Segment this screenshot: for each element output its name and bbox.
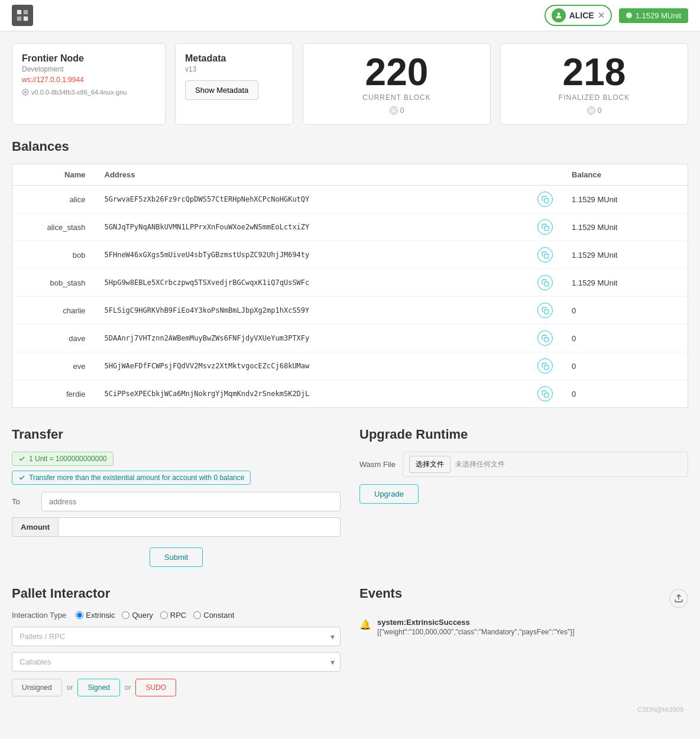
svg-rect-11 [544, 281, 548, 286]
warning-chip-text: Transfer more than the existential amoun… [29, 474, 244, 482]
balance-name: alice_stash [12, 213, 95, 241]
balance-value: 1.1529 MUnit [562, 269, 688, 297]
unsigned-button[interactable]: Unsigned [12, 679, 62, 696]
warning-chip: Transfer more than the existential amoun… [12, 471, 251, 485]
to-input[interactable] [41, 492, 341, 511]
transfer-section: Transfer 1 Unit = 1000000000000 Transfer… [12, 427, 341, 567]
finalized-block-number: 218 [563, 53, 626, 91]
col-name: Name [12, 164, 95, 186]
svg-rect-15 [544, 393, 548, 397]
radio-constant[interactable]: Constant [193, 611, 234, 620]
table-row: bob 5FHneW46xGXgs5mUiveU4sbTyGBzmstUspZC… [12, 241, 688, 269]
balance-value: 0 [562, 297, 688, 325]
copy-button[interactable] [537, 275, 553, 290]
balance-address: 5GNJqTPyNqANBkUVMN1LPPrxXnFouWXoe2wNSmmE… [95, 213, 529, 241]
metadata-title: Metadata [185, 53, 283, 64]
copy-cell [528, 325, 562, 352]
radio-rpc[interactable]: RPC [160, 611, 186, 620]
file-input-wrapper: 选择文件 未选择任何文件 [403, 452, 688, 477]
user-chip[interactable]: ALICE ✕ [545, 5, 612, 26]
avatar [552, 8, 566, 22]
balance-value: 0 [562, 352, 688, 380]
header-right: ALICE ✕ 1.1529 MUnit [545, 5, 688, 26]
balance-name: bob_stash [12, 269, 95, 297]
copy-button[interactable] [537, 386, 553, 401]
upgrade-button[interactable]: Upgrade [359, 484, 419, 504]
balance-address: 5HGjWAeFDfFCWPsjFQdVV2Msvz2XtMktvgocEZcC… [95, 352, 529, 380]
clock-icon-2 [587, 106, 595, 115]
balance-name: dave [12, 325, 95, 352]
transfer-title: Transfer [12, 427, 341, 442]
callables-select[interactable]: Callables [12, 652, 341, 672]
wasm-file-row: Wasm File 选择文件 未选择任何文件 [359, 452, 688, 477]
radio-extrinsic[interactable]: Extrinsic [76, 611, 115, 620]
pallet-events-grid: Pallet Interactor Interaction Type Extri… [12, 586, 688, 696]
svg-rect-13 [544, 337, 548, 341]
show-metadata-button[interactable]: Show Metadata [185, 80, 258, 100]
balance-value: 1.1529 MUnit [636, 11, 681, 20]
copy-button[interactable] [537, 330, 553, 346]
col-copy [528, 164, 562, 186]
top-cards: Frontier Node Development ws://127.0.0.1… [12, 43, 688, 125]
callables-select-wrapper: Callables ▾ [12, 652, 341, 672]
copy-button[interactable] [537, 358, 553, 374]
user-name: ALICE [569, 11, 594, 20]
balances-title: Balances [12, 139, 688, 154]
current-block-number: 220 [365, 53, 429, 91]
header: ALICE ✕ 1.1529 MUnit [0, 0, 700, 31]
export-button[interactable] [669, 589, 688, 608]
copy-button[interactable] [537, 303, 553, 318]
frontier-node-ver-text: v0.0.0-8b34fb3-x86_64-linux-gnu [31, 89, 127, 96]
copy-button[interactable] [537, 192, 553, 207]
copy-button[interactable] [537, 247, 553, 262]
table-row: ferdie 5CiPPseXPECbkjWCa6MnjNokrgYjMqmKn… [12, 380, 688, 408]
action-buttons-row: Unsigned or Signed or SUDO [12, 679, 341, 696]
interaction-type-row: Interaction Type Extrinsic Query RPC Con… [12, 611, 341, 620]
radio-rpc-label: RPC [170, 611, 186, 620]
metadata-version: v13 [185, 65, 283, 73]
balance-name: eve [12, 352, 95, 380]
frontier-node-card: Frontier Node Development ws://127.0.0.1… [12, 43, 166, 125]
balance-chip: 1.1529 MUnit [619, 8, 688, 23]
pallets-select[interactable]: Pallets / RPC [12, 627, 341, 646]
current-block-card: 220 CURRENT BLOCK 0 [303, 43, 491, 125]
finalized-block-sub: 0 [587, 106, 602, 115]
balance-address: 5FLSigC9HGRKVhB9FiEo4Y3koPsNmBmLJbpXg2mp… [95, 297, 529, 325]
frontier-node-title: Frontier Node [22, 53, 155, 64]
radio-group: Extrinsic Query RPC Constant [76, 611, 234, 620]
to-row: To [12, 492, 341, 511]
main-content: Frontier Node Development ws://127.0.0.1… [0, 31, 700, 725]
table-row: dave 5DAAnrj7VHTznn2AWBemMuyBwZWs6FNFjdy… [12, 325, 688, 352]
balance-name: ferdie [12, 380, 95, 408]
upgrade-runtime-title: Upgrade Runtime [359, 427, 688, 442]
copy-cell [528, 380, 562, 408]
close-icon[interactable]: ✕ [598, 11, 605, 20]
logo-icon [12, 5, 33, 26]
info-chip: 1 Unit = 1000000000000 [12, 452, 114, 466]
file-choose-button[interactable]: 选择文件 [409, 456, 451, 473]
signed-button[interactable]: Signed [77, 679, 119, 696]
event-title: system:ExtrinsicSuccess [377, 618, 575, 627]
interaction-label: Interaction Type [12, 611, 66, 620]
radio-query-label: Query [132, 611, 153, 620]
copy-cell [528, 241, 562, 269]
copy-cell [528, 352, 562, 380]
balance-value: 0 [562, 380, 688, 408]
sudo-button[interactable]: SUDO [135, 679, 176, 696]
balance-value: 1.1529 MUnit [562, 213, 688, 241]
amount-row: Amount [12, 517, 341, 537]
bell-icon: 🔔 [359, 619, 371, 630]
balance-name: bob [12, 241, 95, 269]
submit-button[interactable]: Submit [150, 547, 203, 567]
svg-point-4 [557, 12, 560, 15]
radio-query[interactable]: Query [122, 611, 153, 620]
balance-address: 5HpG9w8EBLe5XCrbczpwq5TSXvedjrBGCwqxK1iQ… [95, 269, 529, 297]
event-item: 🔔 system:ExtrinsicSuccess [{"weight":"10… [359, 618, 688, 636]
balances-table: Name Address Balance alice 5GrwvaEF5zXb2… [12, 164, 688, 408]
amount-input[interactable] [58, 517, 341, 537]
balance-value: 1.1529 MUnit [562, 186, 688, 213]
events-list: 🔔 system:ExtrinsicSuccess [{"weight":"10… [359, 618, 688, 636]
events-section: Events 🔔 system:ExtrinsicSuccess [{"weig… [359, 586, 688, 696]
copy-button[interactable] [537, 219, 553, 235]
event-body: [{"weight":"100,000,000","class":"Mandat… [377, 628, 575, 636]
